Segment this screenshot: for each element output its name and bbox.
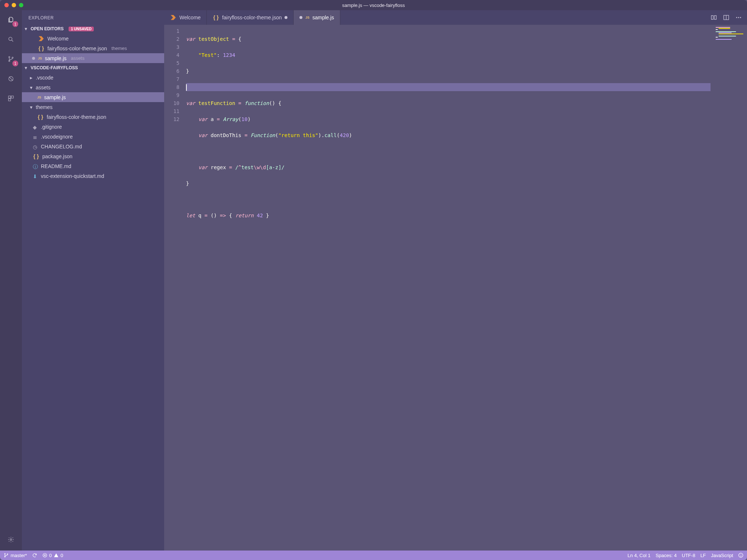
folder-row[interactable]: ▾ assets bbox=[22, 82, 164, 92]
sidebar-title: EXPLORER bbox=[22, 10, 164, 24]
status-sync[interactable] bbox=[32, 553, 37, 558]
explorer-badge: 1 bbox=[12, 21, 18, 27]
file-row[interactable]: ◷ CHANGELOG.md bbox=[22, 141, 164, 151]
chevron-down-icon: ▾ bbox=[30, 104, 34, 110]
svg-rect-7 bbox=[8, 99, 11, 101]
sync-icon bbox=[32, 553, 37, 558]
file-row[interactable]: ⬇ vsc-extension-quickstart.md bbox=[22, 171, 164, 181]
svg-point-17 bbox=[7, 554, 8, 555]
warning-count: 0 bbox=[61, 553, 63, 558]
editor-area: Welcome { } fairyfloss-color-theme.json … bbox=[164, 10, 747, 551]
project-label: VSCODE-FAIRYFLOSS bbox=[31, 65, 78, 70]
diff-icon[interactable] bbox=[711, 14, 717, 21]
folder-label: assets bbox=[36, 85, 50, 90]
file-label: .vscodeignore bbox=[41, 134, 73, 140]
gear-icon bbox=[8, 536, 14, 543]
json-icon: { } bbox=[37, 114, 44, 120]
git-icon: ◆ bbox=[33, 124, 38, 129]
status-problems[interactable]: 0 0 bbox=[42, 553, 63, 558]
folder-label: .vscode bbox=[36, 75, 53, 81]
activity-source-control[interactable]: 1 bbox=[5, 53, 17, 65]
status-eol[interactable]: LF bbox=[700, 553, 706, 558]
file-row[interactable]: ≣ .vscodeignore bbox=[22, 132, 164, 141]
activity-extensions[interactable] bbox=[5, 93, 17, 104]
status-language[interactable]: JavaScript bbox=[711, 553, 733, 558]
svg-point-0 bbox=[9, 37, 12, 40]
status-feedback[interactable] bbox=[738, 553, 743, 558]
json-icon: { } bbox=[213, 14, 219, 21]
chevron-down-icon: ▾ bbox=[25, 26, 28, 31]
status-position[interactable]: Ln 4, Col 1 bbox=[628, 553, 651, 558]
svg-point-15 bbox=[4, 553, 5, 554]
tab-sample-js[interactable]: JS sample.js bbox=[294, 10, 340, 25]
file-label: sample.js bbox=[44, 94, 66, 100]
smiley-icon bbox=[738, 553, 743, 558]
open-editor-label: fairyfloss-color-theme.json bbox=[47, 46, 107, 51]
file-label: package.json bbox=[42, 153, 73, 159]
folder-label: themes bbox=[36, 104, 53, 110]
section-project[interactable]: ▾ VSCODE-FAIRYFLOSS bbox=[22, 63, 164, 73]
editor-body[interactable]: 123456 789101112 var testObject = { "Tes… bbox=[164, 25, 747, 551]
activity-search[interactable] bbox=[5, 34, 17, 45]
activity-explorer[interactable]: 1 bbox=[5, 14, 17, 26]
activity-bar: 1 1 bbox=[0, 10, 22, 551]
file-row[interactable]: { } fairyfloss-color-theme.json bbox=[22, 112, 164, 122]
tab-theme-json[interactable]: { } fairyfloss-color-theme.json bbox=[207, 10, 294, 25]
js-icon: JS bbox=[37, 96, 41, 99]
bug-icon bbox=[8, 75, 14, 82]
js-icon: JS bbox=[38, 57, 42, 60]
svg-rect-6 bbox=[11, 96, 13, 98]
tab-welcome[interactable]: Welcome bbox=[164, 10, 207, 25]
json-icon: { } bbox=[33, 153, 39, 160]
window-title: sample.js — vscode-fairyfloss bbox=[0, 3, 747, 8]
tab-label: Welcome bbox=[179, 15, 201, 20]
status-spaces[interactable]: Spaces: 4 bbox=[655, 553, 677, 558]
open-editor-label: sample.js bbox=[45, 55, 66, 61]
status-encoding[interactable]: UTF-8 bbox=[682, 553, 695, 558]
svg-point-3 bbox=[12, 57, 13, 58]
folder-row[interactable]: ▸ .vscode bbox=[22, 73, 164, 82]
more-icon[interactable] bbox=[735, 14, 742, 21]
svg-point-8 bbox=[10, 539, 12, 541]
modified-dot-icon bbox=[32, 57, 35, 60]
json-icon: { } bbox=[38, 45, 44, 52]
file-row[interactable]: ⓘ README.md bbox=[22, 161, 164, 171]
open-editor-label: Welcome bbox=[47, 36, 69, 42]
code-content[interactable]: var testObject = { "Test": 1234 } var te… bbox=[186, 25, 711, 551]
chevron-right-icon: ▸ bbox=[30, 75, 34, 81]
section-open-editors[interactable]: ▾ OPEN EDITORS 1 UNSAVED bbox=[22, 24, 164, 34]
activity-debug[interactable] bbox=[5, 73, 17, 85]
folder-row[interactable]: ▾ themes bbox=[22, 102, 164, 112]
open-editors-label: OPEN EDITORS bbox=[31, 26, 63, 31]
info-icon: ⓘ bbox=[33, 164, 38, 169]
svg-rect-10 bbox=[715, 16, 716, 20]
open-editor-item[interactable]: { } fairyfloss-color-theme.json themes bbox=[22, 43, 164, 53]
svg-point-14 bbox=[740, 17, 741, 18]
activity-settings[interactable] bbox=[5, 534, 17, 545]
svg-point-13 bbox=[738, 17, 739, 18]
chevron-down-icon: ▾ bbox=[30, 85, 34, 90]
svg-point-20 bbox=[740, 555, 740, 555]
line-gutter: 123456 789101112 bbox=[164, 25, 186, 551]
scm-badge: 1 bbox=[12, 61, 18, 66]
open-editor-item[interactable]: JS sample.js assets bbox=[22, 53, 164, 63]
file-row[interactable]: ◆ .gitignore bbox=[22, 122, 164, 132]
file-label: README.md bbox=[41, 163, 71, 169]
file-row[interactable]: JS sample.js bbox=[22, 92, 164, 102]
chevron-down-icon: ▾ bbox=[25, 65, 28, 70]
open-editor-item[interactable]: Welcome bbox=[22, 34, 164, 43]
arrow-down-icon: ⬇ bbox=[33, 174, 38, 179]
file-label: CHANGELOG.md bbox=[41, 144, 82, 149]
branch-name: master* bbox=[11, 553, 27, 558]
editor-tabs: Welcome { } fairyfloss-color-theme.json … bbox=[164, 10, 747, 25]
status-branch[interactable]: master* bbox=[4, 553, 27, 558]
split-editor-icon[interactable] bbox=[723, 14, 729, 21]
error-count: 0 bbox=[49, 553, 52, 558]
welcome-icon bbox=[170, 14, 177, 21]
file-row[interactable]: { } package.json bbox=[22, 151, 164, 161]
warning-icon bbox=[54, 553, 59, 558]
git-branch-icon bbox=[4, 553, 9, 558]
open-editor-sublabel: assets bbox=[71, 55, 85, 61]
minimap[interactable] bbox=[711, 25, 747, 551]
welcome-icon bbox=[38, 35, 44, 42]
